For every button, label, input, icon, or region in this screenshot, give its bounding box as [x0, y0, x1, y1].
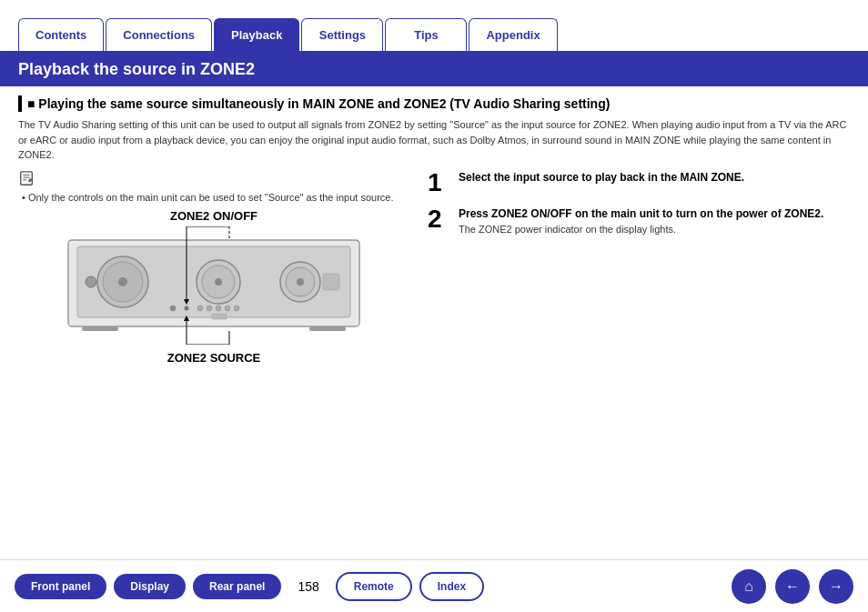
index-button[interactable]: Index	[419, 572, 484, 601]
svg-point-22	[185, 306, 189, 310]
svg-point-11	[215, 278, 222, 286]
device-diagram	[59, 226, 368, 347]
home-button[interactable]: ⌂	[732, 569, 766, 604]
note-section: • Only the controls on the main unit can…	[18, 170, 409, 204]
svg-rect-20	[212, 314, 227, 319]
svg-point-15	[197, 306, 203, 311]
svg-rect-24	[323, 274, 339, 290]
page-number: 158	[298, 579, 318, 594]
intro-text: The TV Audio Sharing setting of this uni…	[18, 117, 850, 163]
tab-tips[interactable]: Tips	[385, 18, 467, 51]
rear-panel-button[interactable]: Rear panel	[193, 574, 281, 599]
tab-connections[interactable]: Connections	[106, 18, 212, 51]
step-2: 2 Press ZONE2 ON/OFF on the main unit to…	[428, 206, 850, 237]
forward-icon: →	[829, 578, 843, 595]
tab-contents[interactable]: Contents	[18, 18, 104, 51]
diagram-label-bottom: ZONE2 SOURCE	[18, 351, 409, 365]
svg-point-17	[216, 306, 221, 311]
right-column: 1 Select the input source to play back i…	[428, 170, 850, 365]
svg-rect-25	[82, 326, 118, 331]
display-button[interactable]: Display	[114, 574, 186, 599]
svg-point-16	[207, 306, 212, 311]
footer: Front panel Display Rear panel 158 Remot…	[0, 559, 868, 612]
tab-appendix[interactable]: Appendix	[469, 18, 557, 51]
svg-point-21	[170, 306, 176, 311]
svg-point-23	[86, 276, 96, 287]
back-button[interactable]: ←	[775, 569, 810, 604]
svg-rect-26	[309, 326, 346, 331]
section-heading: ■ Playing the same source simultaneously…	[18, 95, 850, 112]
front-panel-button[interactable]: Front panel	[15, 574, 106, 599]
svg-point-19	[234, 306, 239, 311]
diagram-label-top: ZONE2 ON/OFF	[18, 209, 409, 223]
nav-tabs: Contents Connections Playback Settings T…	[0, 0, 868, 53]
device-svg	[59, 226, 368, 345]
main-content: ■ Playing the same source simultaneously…	[0, 86, 868, 553]
note-bullet: • Only the controls on the main unit can…	[22, 192, 394, 203]
left-column: • Only the controls on the main unit can…	[18, 170, 409, 365]
back-icon: ←	[785, 578, 800, 595]
remote-button[interactable]: Remote	[336, 572, 412, 601]
svg-point-18	[225, 306, 230, 311]
tab-settings[interactable]: Settings	[301, 18, 383, 51]
svg-point-8	[118, 277, 127, 286]
tab-playback[interactable]: Playback	[214, 18, 299, 51]
forward-button[interactable]: →	[819, 569, 853, 604]
pencil-icon	[18, 170, 35, 186]
content-grid: • Only the controls on the main unit can…	[18, 170, 850, 365]
page-banner: Playback the source in ZONE2	[0, 53, 868, 86]
home-icon: ⌂	[744, 578, 753, 595]
svg-point-14	[297, 278, 304, 286]
device-diagram-area: ZONE2 ON/OFF	[18, 209, 409, 365]
svg-rect-0	[21, 171, 33, 184]
step-1: 1 Select the input source to play back i…	[428, 170, 850, 196]
